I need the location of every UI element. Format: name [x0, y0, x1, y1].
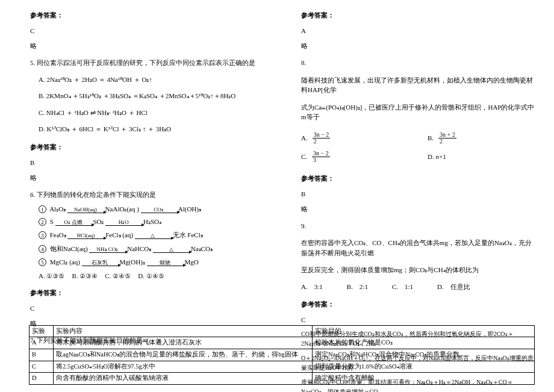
- r2-lab2: H₂O: [119, 219, 129, 225]
- r1-a: Al₂O₃: [49, 205, 66, 213]
- fracB-num: 3n + 2: [438, 132, 456, 138]
- omit-text: 略: [301, 42, 536, 51]
- rC-1: C: [30, 361, 54, 373]
- rC-3: 得到质量分数为1.6%的CuSO₄溶液: [313, 361, 535, 373]
- r5-lab2: 煅烧: [160, 260, 170, 266]
- table-row: C 将2.5gCuSO₄·5H₂O溶解在97.5g水中 得到质量分数为1.6%的…: [30, 361, 535, 373]
- q6-stem: 6. 下列物质的转化在给定条件下能实现的是: [30, 190, 265, 200]
- answer-text: C: [301, 316, 536, 323]
- r1-lab1: NaOH(aq): [74, 207, 97, 213]
- r4-a: 饱和NaCl(aq): [50, 245, 88, 252]
- th-3: 实验目的: [313, 325, 535, 337]
- rA-3: 检验木炭的氧化产物是CO₂: [313, 337, 535, 349]
- q6-r3: 3 Fe₂O₃ HCl(aq)▸ FeCl₃ (aq) △▸ 无水 FeCl₃: [30, 231, 265, 240]
- r5-c: MgO: [184, 258, 198, 266]
- r2-b: SO₂: [93, 218, 104, 225]
- q9-options: A. 3:1 B. 2:1 C. 1:1 D. 任意比: [301, 282, 536, 291]
- r2-lab1: O₂ 点燃: [64, 219, 82, 225]
- th-1: 实验: [30, 325, 54, 337]
- fracB-den: 2: [438, 138, 456, 145]
- table-row: B 取agNa₂CO₃和NaHCO₃的混合物与足量的稀盐酸反应，加热、蒸干、灼烧…: [30, 349, 535, 361]
- rD-3: 确定酸精中含有醋酸: [313, 373, 535, 385]
- q6-optD: D. ①④⑤: [138, 272, 164, 280]
- r5-lab1: 石灰乳: [92, 260, 108, 266]
- r5-b: Mg(OH)₂: [119, 258, 145, 266]
- q6-r4: 4 饱和NaCl(aq) NH₃ CO₂▸ NaHCO₃ △▸ Na₂CO₃: [30, 244, 265, 254]
- fracA-num: 3n − 2: [313, 132, 331, 138]
- r1-lab2: CO₂: [154, 207, 164, 213]
- answer-text: C: [30, 305, 265, 312]
- rA-2: 将木炭与浓硝酸共热，得到的气体通入澄清石灰水: [54, 337, 313, 349]
- answer-label: 参考答案：: [30, 143, 265, 152]
- q9-num: 9.: [301, 221, 536, 231]
- answer-label: 参考答案：: [301, 300, 536, 309]
- omit-text: 略: [30, 173, 265, 182]
- r5-a: MgCl₂ (aq): [50, 258, 80, 266]
- rD-1: D: [30, 373, 54, 385]
- answer-label: 参考答案：: [30, 288, 265, 297]
- rA-1: A: [30, 337, 54, 349]
- q8-optD: D. n+1: [428, 151, 536, 163]
- fracC-den: 3: [312, 157, 330, 163]
- answer-label: 参考答案：: [301, 11, 536, 20]
- r4-lab2: △: [169, 246, 173, 252]
- q6-r2: 2 S O₂ 点燃▸ SO₂ H₂O▸ H₂SO₄: [30, 218, 265, 226]
- q6-optC: C. ②④⑤: [105, 272, 131, 280]
- answer-label: 参考答案：: [30, 11, 265, 20]
- q6-optB: B. ②③④: [72, 272, 98, 280]
- r1-b: NaAlO₂(aq ): [105, 205, 139, 213]
- q8-num: 8.: [301, 58, 536, 68]
- q8-optA: A. 3n − 22: [301, 132, 409, 145]
- rB-3: 测定Na₂CO₃和NaHCO₃混合物中Na₂CO₃的质量分数: [313, 349, 535, 361]
- th-2: 实验内容: [54, 325, 313, 337]
- q9-optB: B. 2:1: [347, 282, 368, 291]
- answer-text: A: [301, 27, 536, 34]
- answer-label: 参考答案：: [301, 174, 536, 183]
- q8-stem1: 随着科技的飞速发展，出现了许多新型无机材料，如植入生物体内的生物陶瓷材料HAP[…: [301, 75, 536, 95]
- rC-2: 将2.5gCuSO₄·5H₂O溶解在97.5g水中: [54, 361, 313, 373]
- rB-2: 取agNa₂CO₃和NaHCO₃的混合物与足量的稀盐酸反应，加热、蒸干、灼烧，得…: [54, 349, 313, 361]
- r4-c: Na₂CO₃: [191, 245, 213, 252]
- q9-stem1: 在密闭容器中充入CO₂、CO、CH₄的混合气体共mg，若加入足量的Na₂O₂，充…: [301, 238, 536, 258]
- q9-optA: A. 3:1: [301, 282, 323, 291]
- omit-text: 略: [301, 205, 536, 214]
- r1-c: Al(OH)₃: [178, 205, 201, 213]
- q8-options: A. 3n − 22 B. 3n + 22 C. 3n − 23 D. n+1: [301, 132, 536, 163]
- r4-lab1: NH₃ CO₂: [97, 246, 119, 252]
- r2-c: H₂SO₄: [143, 218, 161, 225]
- q5-optD: D. K³⁷ClO₃ ＋ 6HCl ＝ K³⁷Cl ＋ 3Cl₂ ↑ ＋ 3H₂…: [30, 124, 265, 135]
- q9-optD: D. 任意比: [437, 282, 470, 291]
- q6-r5: 5 MgCl₂ (aq) 石灰乳▸ Mg(OH)₂ 煅烧▸ MgO: [30, 258, 265, 266]
- r3-b: FeCl₃ (aq): [105, 231, 133, 238]
- answer-text: C: [30, 27, 265, 34]
- r4-b: NaHCO₃: [127, 245, 151, 252]
- fracA-den: 2: [313, 138, 331, 145]
- q5-optA: A. 2Na₂¹⁸O₂ ＋ 2H₂O ＝ 4Na¹⁸OH ＋ O₂↑: [30, 75, 265, 86]
- q6-options: A. ①③⑤ B. ②③④ C. ②④⑤ D. ①④⑤: [30, 272, 265, 280]
- q8-optC: C. 3n − 23: [301, 151, 409, 163]
- q9-stem2: 至反应完全，测得固体质量增加mg；则CO₂与CH₄的体积比为: [301, 265, 536, 275]
- r3-c: 无水 FeCl₃: [173, 231, 203, 238]
- table-row: A 将木炭与浓硝酸共热，得到的气体通入澄清石灰水 检验木炭的氧化产物是CO₂: [30, 337, 535, 349]
- r3-lab2: △: [151, 232, 155, 238]
- q5-optB: B. 2KMnO₄ ＋5H₂¹⁸O₂ ＋3H₂SO₄ ＝K₂SO₄ ＋2MnSO…: [30, 91, 265, 102]
- r3-a: Fe₂O₃: [50, 231, 66, 238]
- q8-optB: B. 3n + 22: [428, 132, 536, 145]
- q5-stem: 5. 同位素示踪法可用于反应机理的研究，下列反应中同位素示踪表示正确的是: [30, 58, 265, 68]
- rD-2: 向含有酚酞的酒精中加入碳酸氢钠溶液: [54, 373, 313, 385]
- table-row: 实验 实验内容 实验目的: [30, 325, 535, 337]
- q8-stem2: 式为Caₘ(PO₄)₆(OH)₂]，已被医疗上用于修补人的骨骼和牙组织，HAP的…: [301, 102, 536, 122]
- q5-optC: C. NH₄Cl ＋ ²H₂O ⇌ NH₃· ²H₂O ＋ HCl: [30, 108, 265, 119]
- answer-text: B: [30, 159, 265, 166]
- omit-text: 略: [30, 42, 265, 51]
- r2-a: S: [50, 218, 54, 225]
- fracC-num: 3n − 2: [312, 151, 330, 157]
- answer-text: B: [301, 190, 536, 198]
- rB-1: B: [30, 349, 54, 361]
- experiment-table: 实验 实验内容 实验目的 A 将木炭与浓硝酸共热，得到的气体通入澄清石灰水 检验…: [29, 325, 535, 385]
- q6-r1: 1 Al₂O₃ NaOH(aq)▸ NaAlO₂(aq ) CO₂▸ Al(OH…: [30, 205, 265, 213]
- r3-lab1: HCl(aq): [77, 232, 95, 238]
- q6-optA: A. ①③⑤: [39, 272, 64, 280]
- q9-optC: C. 1:1: [392, 282, 413, 291]
- table-row: D 向含有酚酞的酒精中加入碳酸氢钠溶液 确定酸精中含有醋酸: [30, 373, 535, 385]
